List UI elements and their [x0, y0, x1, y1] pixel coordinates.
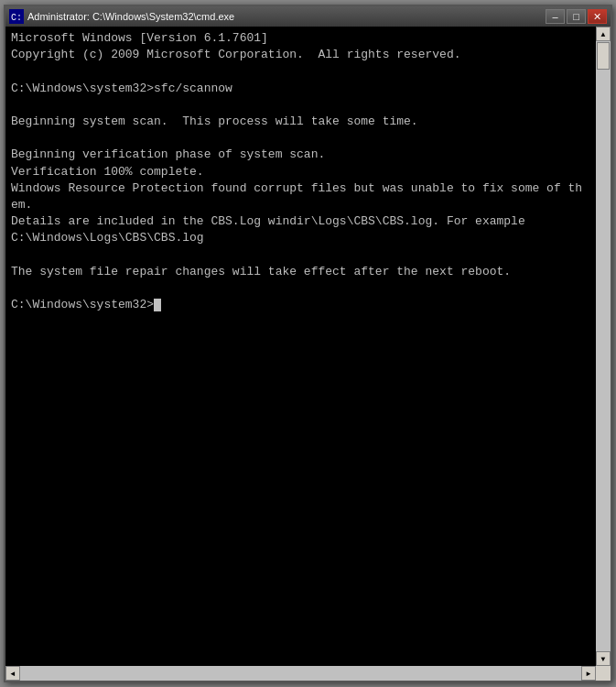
close-button[interactable]: ✕	[588, 9, 607, 24]
titlebar: C: Administrator: C:\Windows\System32\cm…	[5, 6, 611, 27]
cursor	[154, 299, 161, 311]
cmd-icon: C:	[9, 9, 24, 24]
titlebar-buttons: – □ ✕	[546, 9, 607, 24]
scrollbar-track[interactable]	[596, 41, 611, 651]
maximize-button[interactable]: □	[567, 9, 586, 24]
cmd-window: C: Administrator: C:\Windows\System32\cm…	[4, 5, 612, 682]
window-title: Administrator: C:\Windows\System32\cmd.e…	[27, 11, 546, 22]
scroll-down-arrow[interactable]: ▼	[596, 651, 611, 666]
scrollbar-thumb[interactable]	[597, 42, 610, 70]
horizontal-scrollbar[interactable]: ◄ ►	[5, 666, 611, 681]
scroll-left-arrow[interactable]: ◄	[5, 666, 20, 681]
terminal-output[interactable]: Microsoft Windows [Version 6.1.7601] Cop…	[5, 27, 596, 666]
scroll-up-arrow[interactable]: ▲	[596, 27, 611, 41]
minimize-button[interactable]: –	[546, 9, 565, 24]
vertical-scrollbar[interactable]: ▲ ▼	[596, 27, 611, 666]
content-area: Microsoft Windows [Version 6.1.7601] Cop…	[5, 27, 611, 666]
scroll-right-arrow[interactable]: ►	[581, 666, 596, 681]
svg-text:C:: C:	[11, 13, 22, 23]
horizontal-track[interactable]	[20, 666, 581, 681]
scrollbar-corner	[596, 666, 611, 681]
